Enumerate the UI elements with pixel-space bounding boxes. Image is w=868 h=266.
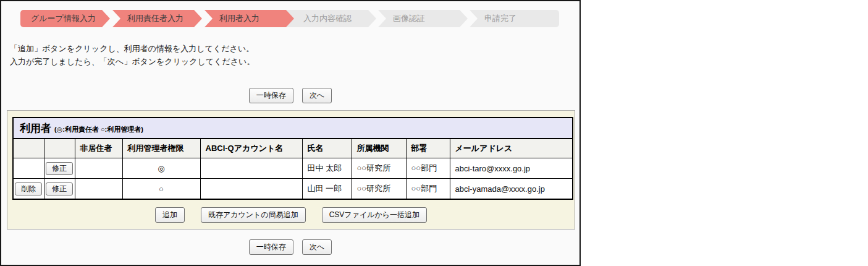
cell-non-resident — [75, 158, 122, 179]
instruction-line-2: 入力が完了しましたら、「次へ」ボタンをクリックしてください。 — [10, 55, 579, 68]
next-button-top[interactable]: 次へ — [302, 88, 332, 103]
header-department: 部署 — [406, 139, 450, 158]
cell-delete: 削除 — [13, 179, 44, 200]
header-email: メールアドレス — [450, 139, 573, 158]
save-draft-button-top[interactable]: 一時保存 — [249, 88, 293, 103]
delete-button-row-2[interactable]: 削除 — [15, 182, 42, 195]
users-table-header-row: 非居住者 利用管理者権限 ABCI-Qアカウント名 氏名 所属機関 部署 メール… — [13, 139, 573, 158]
cell-email: abci-yamada@xxxx.go.jp — [450, 179, 573, 200]
main-content-box: グループ情報入力 利用責任者入力 利用者入力 入力内容確認 画像認証 申請完了 … — [0, 0, 581, 266]
header-admin-authority: 利用管理者権限 — [122, 139, 200, 158]
cell-delete-empty — [13, 158, 44, 179]
user-row-1: 修正 ◎ 田中 太郎 ○○研究所 ○○部門 abci-taro@xxxx.go.… — [13, 158, 573, 179]
panel-title: 利用者 — [20, 122, 51, 134]
header-abciq-account-name: ABCI-Qアカウント名 — [200, 139, 302, 158]
step-image-captcha: 画像認証 — [378, 10, 468, 27]
next-button-bottom[interactable]: 次へ — [302, 239, 332, 255]
add-user-button[interactable]: 追加 — [155, 207, 185, 223]
cell-admin-mark: ○ — [122, 179, 200, 200]
users-table-title-band: 利用者(◎:利用責任者 ○:利用管理者) — [13, 118, 573, 139]
instruction-line-1: 「追加」ボタンをクリックし、利用者の情報を入力してください。 — [10, 42, 579, 55]
step-group-info-input: グループ情報入力 — [20, 10, 110, 27]
cell-name: 田中 太郎 — [302, 158, 352, 179]
step-application-complete: 申請完了 — [470, 10, 559, 27]
cell-admin-mark: ◎ — [122, 158, 200, 179]
users-table-title-cell: 利用者(◎:利用責任者 ○:利用管理者) — [13, 118, 573, 139]
cell-organization: ○○研究所 — [352, 179, 406, 200]
cell-account-name — [200, 179, 302, 200]
add-from-csv-button[interactable]: CSVファイルから一括追加 — [322, 207, 427, 223]
users-panel: 利用者(◎:利用責任者 ○:利用管理者) 非居住者 利用管理者権限 ABCI-Q… — [7, 110, 575, 230]
step-indicator: グループ情報入力 利用責任者入力 利用者入力 入力内容確認 画像認証 申請完了 — [20, 10, 579, 27]
cell-edit: 修正 — [44, 179, 75, 200]
cell-non-resident — [75, 179, 122, 200]
step-responsible-person-input: 利用責任者入力 — [112, 10, 202, 27]
edit-button-row-2[interactable]: 修正 — [46, 182, 73, 195]
step-confirm-input: 入力内容確認 — [287, 10, 376, 27]
cell-account-name — [200, 158, 302, 179]
cell-organization: ○○研究所 — [352, 158, 406, 179]
cell-email: abci-taro@xxxx.go.jp — [450, 158, 573, 179]
header-edit-column — [44, 139, 75, 158]
cell-name: 山田 一郎 — [302, 179, 352, 200]
edit-button-row-1[interactable]: 修正 — [46, 162, 73, 175]
header-non-resident: 非居住者 — [75, 139, 122, 158]
instructions: 「追加」ボタンをクリックし、利用者の情報を入力してください。 入力が完了しました… — [10, 42, 579, 68]
header-organization: 所属機関 — [352, 139, 406, 158]
bottom-action-row: 一時保存 次へ — [1, 239, 579, 255]
cell-edit: 修正 — [44, 158, 75, 179]
panel-action-row: 追加 既存アカウントの簡易追加 CSVファイルから一括追加 — [12, 207, 570, 223]
cell-department: ○○部門 — [406, 179, 450, 200]
header-delete-column — [13, 139, 44, 158]
add-existing-account-button[interactable]: 既存アカウントの簡易追加 — [201, 207, 306, 223]
header-name: 氏名 — [302, 139, 352, 158]
users-table: 利用者(◎:利用責任者 ○:利用管理者) 非居住者 利用管理者権限 ABCI-Q… — [12, 117, 573, 200]
step-user-input: 利用者入力 — [204, 10, 294, 27]
panel-legend: (◎:利用責任者 ○:利用管理者) — [54, 126, 143, 133]
top-action-row: 一時保存 次へ — [1, 88, 579, 103]
user-row-2: 削除 修正 ○ 山田 一郎 ○○研究所 ○○部門 abci-yamada@xxx… — [13, 179, 573, 200]
page: グループ情報入力 利用責任者入力 利用者入力 入力内容確認 画像認証 申請完了 … — [0, 0, 868, 266]
cell-department: ○○部門 — [406, 158, 450, 179]
save-draft-button-bottom[interactable]: 一時保存 — [249, 239, 293, 255]
